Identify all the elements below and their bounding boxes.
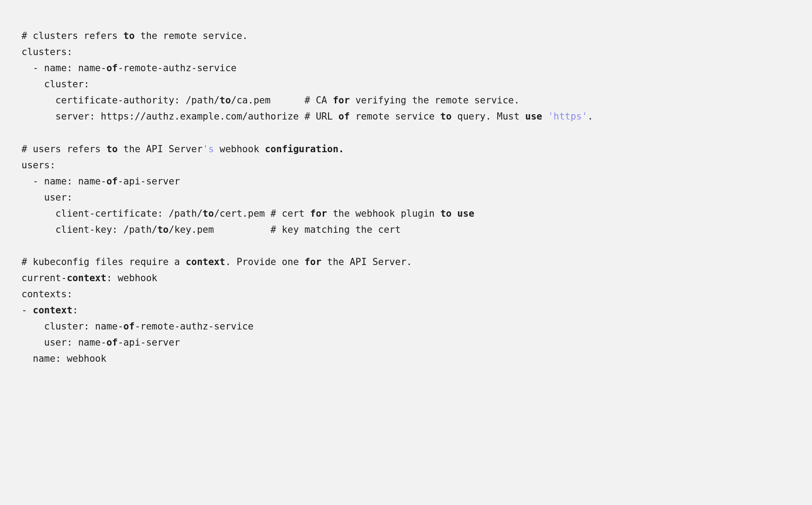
keyword-configuration: configuration. bbox=[265, 144, 344, 154]
code-text: # clusters refers bbox=[21, 30, 124, 41]
string-literal: 'https' bbox=[548, 111, 588, 122]
code-text: remote service bbox=[350, 111, 440, 122]
keyword-use: use bbox=[525, 111, 542, 122]
keyword-of: of bbox=[107, 176, 118, 187]
code-text: users: - name: name- bbox=[21, 160, 107, 187]
code-text bbox=[542, 111, 548, 122]
keyword-for: for bbox=[310, 208, 327, 219]
code-text: /ca.pem # CA bbox=[231, 95, 333, 106]
code-text bbox=[452, 208, 457, 219]
keyword-use: use bbox=[457, 208, 474, 219]
code-text: . Provide one bbox=[225, 257, 304, 267]
keyword-for: for bbox=[333, 95, 350, 106]
code-text: the webhook plugin bbox=[327, 208, 440, 219]
keyword-to: to bbox=[440, 111, 452, 122]
keyword-of: of bbox=[107, 337, 118, 348]
keyword-to: to bbox=[440, 208, 452, 219]
keyword-to: to bbox=[124, 30, 135, 41]
keyword-of: of bbox=[124, 321, 135, 332]
keyword-context: context bbox=[33, 305, 73, 316]
keyword-to: to bbox=[203, 208, 214, 219]
code-text: query. Must bbox=[452, 111, 525, 122]
code-block: # clusters refers to the remote service.… bbox=[21, 30, 593, 364]
keyword-of: of bbox=[107, 63, 118, 73]
keyword-context: context bbox=[186, 257, 226, 267]
keyword-for: for bbox=[304, 257, 321, 267]
keyword-to: to bbox=[220, 95, 231, 106]
string-literal: 's bbox=[203, 144, 214, 154]
code-text: the API Server bbox=[118, 144, 203, 154]
keyword-context: context bbox=[67, 273, 107, 283]
code-text: /cert.pem # cert bbox=[214, 208, 310, 219]
keyword-to: to bbox=[157, 224, 168, 235]
code-text: client-key: /path/ bbox=[21, 224, 157, 235]
keyword-to: to bbox=[107, 144, 118, 154]
code-text: webhook bbox=[214, 144, 265, 154]
keyword-of: of bbox=[338, 111, 350, 122]
